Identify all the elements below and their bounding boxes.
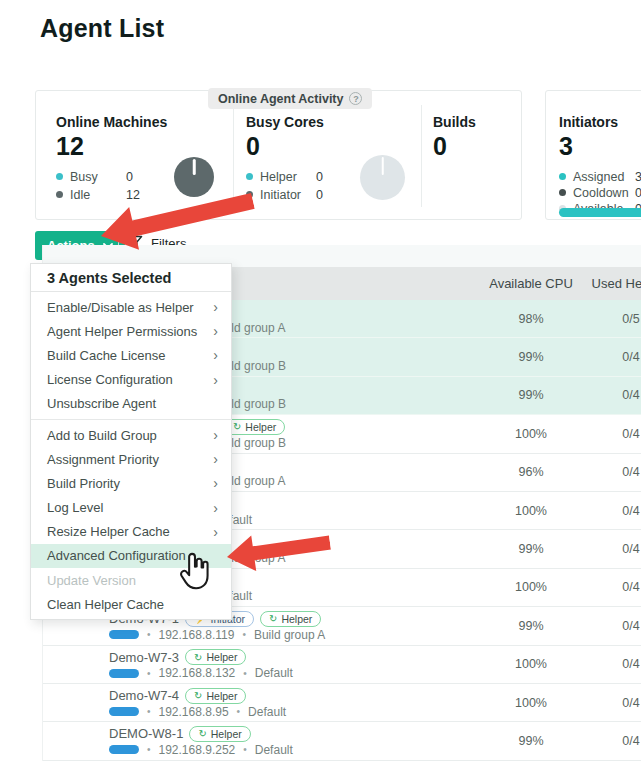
menu-item-enable-disable-as-helper[interactable]: Enable/Disable as Helper›	[31, 295, 231, 319]
helper-badge: ↻Helper	[185, 649, 246, 665]
agent-build-group: Default	[248, 705, 286, 719]
used-helpers-value: 0/4	[581, 734, 641, 748]
menu-item-add-to-build-group[interactable]: Add to Build Group›	[31, 423, 231, 447]
agent-detail-line: •192.168.9.252•Default	[109, 744, 481, 756]
legend-label: Assigned	[573, 170, 635, 184]
agent-cores-bar	[109, 669, 139, 678]
used-helpers-value: 0/4	[581, 350, 641, 364]
menu-item-label: Advanced Configuration	[47, 548, 186, 563]
helper-badge: ↻Helper	[185, 688, 246, 704]
used-helpers-value: 0/4	[581, 580, 641, 594]
builds-title: Builds	[433, 114, 476, 130]
column-header-available-cpu[interactable]: Available CPU	[481, 276, 581, 291]
separator-dot: •	[237, 706, 241, 717]
online-machines-section: Online Machines 12 Busy0Idle12	[56, 114, 167, 202]
legend-row: Cooldown0	[559, 186, 641, 200]
badge-label: Helper	[211, 728, 242, 740]
menu-item-assignment-priority[interactable]: Assignment Priority›	[31, 447, 231, 471]
menu-item-agent-helper-permissions[interactable]: Agent Helper Permissions›	[31, 319, 231, 343]
used-helpers-value: 0/4	[581, 657, 641, 671]
chevron-right-icon: ›	[213, 348, 218, 362]
menu-item-build-cache-license[interactable]: Build Cache License›	[31, 343, 231, 367]
helper-badge: ↻Helper	[224, 419, 285, 435]
help-icon[interactable]: ?	[349, 92, 362, 105]
menu-item-label: Build Cache License	[47, 348, 166, 363]
menu-item-advanced-configuration[interactable]: Advanced Configuration	[31, 544, 231, 568]
initiators-title: Initiators	[559, 114, 641, 130]
agent-detail-line: •192.168.8.95•Default	[109, 706, 481, 718]
badge-label: Helper	[206, 690, 237, 702]
legend-value: 0	[316, 188, 323, 202]
menu-item-license-configuration[interactable]: License Configuration›	[31, 368, 231, 392]
badge-label: Helper	[245, 421, 276, 433]
available-cpu-value: 100%	[481, 657, 581, 671]
initiator-dot-icon	[246, 191, 253, 198]
available-cpu-value: 100%	[481, 427, 581, 441]
agent-ip: 192.168.9.252	[159, 743, 236, 757]
builds-value: 0	[433, 133, 476, 161]
used-helpers-value: 0/4	[581, 388, 641, 402]
menu-item-log-level[interactable]: Log Level›	[31, 496, 231, 520]
assigned-dot-icon	[559, 173, 566, 180]
helper-badge: ↻Helper	[189, 726, 250, 742]
agent-cell: DEMO-W8-1↻Helper•192.168.9.252•Default	[43, 726, 481, 756]
chevron-right-icon: ›	[213, 501, 218, 515]
menu-item-label: Assignment Priority	[47, 452, 159, 467]
online-machines-donut-chart	[174, 157, 214, 197]
menu-item-label: Log Level	[47, 500, 103, 515]
agent-build-group: Build group A	[254, 628, 325, 642]
agent-cores-bar	[109, 707, 139, 716]
separator-dot: •	[147, 629, 151, 640]
busy-dot-icon	[56, 173, 63, 180]
agent-ip: 192.168.8.95	[159, 705, 229, 719]
legend-label: Helper	[260, 170, 316, 184]
chevron-right-icon: ›	[213, 324, 218, 338]
legend-row: Helper0	[246, 170, 324, 184]
table-row[interactable]: Demo-W7-4↻Helper•192.168.8.95•Default100…	[43, 684, 641, 722]
legend-label: Cooldown	[573, 186, 635, 200]
menu-item-label: Agent Helper Permissions	[47, 324, 197, 339]
menu-divider	[31, 419, 231, 420]
used-helpers-value: 0/5	[581, 312, 641, 326]
initiators-section: Initiators 3 Assigned3Cooldown0Available…	[559, 114, 641, 216]
actions-dropdown-menu: 3 Agents Selected Enable/Disable as Help…	[30, 263, 232, 620]
donut-needle	[381, 157, 384, 175]
helper-badge: ↻Helper	[260, 611, 321, 627]
page-title: Agent List	[40, 14, 164, 43]
legend-label: Busy	[70, 170, 126, 184]
available-cpu-value: 96%	[481, 465, 581, 479]
cooldown-dot-icon	[559, 189, 566, 196]
agent-build-group: Default	[255, 743, 293, 757]
menu-item-unsubscribe-agent[interactable]: Unsubscribe Agent	[31, 392, 231, 416]
used-helpers-value: 0/4	[581, 696, 641, 710]
available-cpu-value: 99%	[481, 388, 581, 402]
initiators-progress-bar	[559, 208, 641, 217]
used-helpers-value: 0/4	[581, 465, 641, 479]
table-row[interactable]: Demo-W7-3↻Helper•192.168.8.132•Default10…	[43, 646, 641, 684]
menu-item-resize-helper-cache[interactable]: Resize Helper Cache›	[31, 520, 231, 544]
available-cpu-value: 100%	[481, 504, 581, 518]
menu-item-label: Build Priority	[47, 476, 120, 491]
initiators-card: Initiators 3 Assigned3Cooldown0Available…	[545, 90, 641, 220]
chevron-right-icon: ›	[213, 452, 218, 466]
activity-tab-label: Online Agent Activity	[218, 92, 343, 106]
separator-dot: •	[243, 744, 247, 755]
badge-label: Helper	[206, 651, 237, 663]
card-divider	[421, 105, 422, 207]
menu-item-clean-helper-cache[interactable]: Clean Helper Cache	[31, 592, 231, 616]
activity-card: Online Machines 12 Busy0Idle12 Busy Core…	[35, 90, 522, 220]
separator-dot: •	[147, 668, 151, 679]
column-header-used-helpers[interactable]: Used Helpers	[581, 276, 641, 291]
legend-row: Busy0	[56, 170, 167, 184]
menu-item-label: Resize Helper Cache	[47, 524, 170, 539]
idle-dot-icon	[56, 191, 63, 198]
used-helpers-value: 0/4	[581, 619, 641, 633]
menu-item-build-priority[interactable]: Build Priority›	[31, 471, 231, 495]
helper-refresh-icon: ↻	[269, 613, 277, 624]
agent-name: Demo-W7-3	[109, 650, 179, 665]
initiators-value: 3	[559, 133, 641, 161]
agent-name-line: DEMO-W8-1↻Helper	[109, 726, 481, 742]
legend-row: Initiator0	[246, 188, 324, 202]
table-row[interactable]: DEMO-W8-1↻Helper•192.168.9.252•Default99…	[43, 722, 641, 760]
agent-ip: 192.168.8.132	[159, 666, 236, 680]
